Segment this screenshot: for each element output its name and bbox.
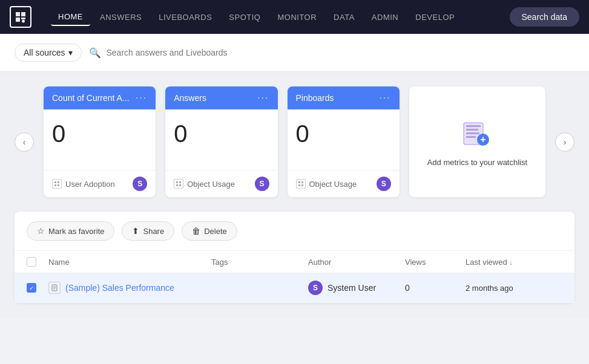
table-header: Name Tags Author Views Last viewed ↓	[15, 251, 574, 273]
liveboards-icon-2	[174, 179, 183, 189]
card-footer-label-count: User Adoption	[65, 180, 115, 189]
card-value-pinboards: 0	[296, 122, 309, 146]
row-views: 0	[405, 283, 466, 293]
metric-card-answers: Answers ··· 0 Object Usage S	[165, 86, 277, 197]
svg-rect-0	[16, 12, 20, 16]
nav-home[interactable]: HOME	[51, 8, 90, 26]
nav-answers[interactable]: ANSWERS	[93, 9, 149, 25]
header-last-viewed: Last viewed ↓	[466, 258, 562, 267]
watchlist-section: ‹ Count of Current A... ··· 0 User Adopt…	[15, 86, 574, 197]
card-title-answers: Answers	[174, 93, 206, 103]
add-metrics-label: Add metrics to your watchlist	[427, 158, 527, 167]
search-bar-container: All sources ▾ 🔍	[0, 34, 589, 72]
row-checkbox-col: ✓	[27, 283, 48, 293]
svg-rect-15	[298, 184, 300, 186]
svg-text:+: +	[481, 134, 486, 145]
card-footer-left-pinboards: Object Usage	[296, 179, 357, 189]
row-name: (Sample) Sales Performance	[48, 282, 211, 294]
share-button[interactable]: ⬆ Share	[122, 221, 174, 241]
svg-point-4	[22, 20, 25, 23]
card-footer-label-pinboards: Object Usage	[309, 180, 357, 189]
card-footer-label-answers: Object Usage	[187, 180, 235, 189]
row-last-viewed: 2 months ago	[466, 284, 562, 293]
avatar-answers: S	[255, 177, 269, 191]
search-data-button[interactable]: Search data	[510, 7, 580, 27]
list-section: ☆ Mark as favorite ⬆ Share 🗑 Delete Name…	[15, 212, 574, 303]
card-footer-left-answers: Object Usage	[174, 179, 235, 189]
logo-icon	[10, 6, 31, 28]
card-menu-count[interactable]: ···	[136, 93, 147, 103]
row-checkbox[interactable]: ✓	[27, 283, 36, 293]
card-header-answers: Answers ···	[165, 86, 277, 109]
svg-rect-10	[179, 181, 181, 183]
list-actions: ☆ Mark as favorite ⬆ Share 🗑 Delete	[15, 212, 574, 251]
share-icon: ⬆	[132, 226, 139, 236]
top-navigation: HOME ANSWERS LIVEBOARDS SPOTIQ MONITOR D…	[0, 0, 589, 34]
nav-admin[interactable]: ADMIN	[364, 9, 406, 25]
search-input[interactable]	[106, 48, 574, 57]
svg-rect-14	[301, 181, 303, 183]
card-value-answers: 0	[174, 122, 187, 146]
nav-monitor[interactable]: MONITOR	[270, 9, 324, 25]
nav-data[interactable]: DATA	[326, 9, 362, 25]
row-name-text[interactable]: (Sample) Sales Performance	[65, 283, 174, 293]
svg-rect-3	[21, 18, 25, 19]
chevron-down-icon: ▾	[68, 48, 73, 57]
header-name: Name	[48, 258, 211, 267]
card-title-pinboards: Pinboards	[296, 93, 334, 103]
metric-card-pinboards: Pinboards ··· 0 Object Usage S	[288, 86, 400, 197]
svg-rect-2	[16, 18, 20, 22]
svg-rect-20	[466, 132, 479, 134]
main-content: ‹ Count of Current A... ··· 0 User Adopt…	[0, 72, 589, 317]
add-metrics-icon: +	[460, 117, 494, 151]
liveboards-icon-3	[296, 179, 306, 189]
table-row: ✓ (Sample) Sales Performance S System Us…	[15, 273, 574, 303]
delete-label: Delete	[204, 227, 227, 236]
card-footer-left-count: User Adoption	[52, 179, 115, 189]
star-icon: ☆	[37, 226, 45, 236]
favorite-button[interactable]: ☆ Mark as favorite	[27, 221, 114, 241]
svg-rect-18	[466, 125, 481, 127]
card-menu-pinboards[interactable]: ···	[379, 93, 390, 103]
row-author-avatar: S	[308, 281, 323, 295]
header-tags: Tags	[211, 258, 308, 267]
svg-rect-13	[298, 181, 300, 183]
liveboards-icon	[52, 179, 62, 189]
card-body-count: 0	[44, 109, 156, 170]
nav-spotiq[interactable]: SPOTIQ	[222, 9, 268, 25]
nav-liveboards[interactable]: LIVEBOARDS	[151, 9, 219, 25]
svg-rect-6	[58, 181, 59, 183]
card-menu-answers[interactable]: ···	[257, 93, 269, 103]
all-sources-label: All sources	[24, 48, 65, 57]
svg-rect-11	[176, 184, 178, 186]
row-author: S System User	[308, 281, 405, 295]
prev-arrow[interactable]: ‹	[15, 132, 34, 152]
avatar-pinboards: S	[377, 177, 391, 191]
header-views: Views	[405, 258, 466, 267]
card-header-pinboards: Pinboards ···	[288, 86, 400, 109]
header-author: Author	[308, 258, 405, 267]
svg-rect-19	[466, 129, 478, 131]
logo[interactable]	[10, 6, 31, 28]
add-metrics-card[interactable]: + Add metrics to your watchlist	[409, 86, 545, 197]
card-header-count: Count of Current A... ···	[44, 86, 156, 109]
header-checkbox[interactable]	[27, 257, 36, 267]
card-footer-answers: Object Usage S	[165, 170, 277, 197]
search-icon: 🔍	[89, 47, 101, 59]
sort-icon: ↓	[509, 259, 513, 266]
share-label: Share	[143, 227, 164, 236]
avatar-count: S	[133, 177, 147, 191]
delete-button[interactable]: 🗑 Delete	[182, 221, 237, 241]
svg-rect-5	[54, 181, 56, 183]
svg-rect-9	[176, 181, 178, 183]
card-body-answers: 0	[165, 109, 277, 170]
svg-rect-7	[54, 184, 56, 186]
nav-develop[interactable]: DEVELOP	[408, 9, 462, 25]
card-value-count: 0	[52, 122, 65, 146]
all-sources-dropdown[interactable]: All sources ▾	[15, 44, 82, 62]
row-author-name: System User	[327, 283, 376, 293]
next-arrow[interactable]: ›	[555, 132, 574, 152]
nav-items: HOME ANSWERS LIVEBOARDS SPOTIQ MONITOR D…	[51, 8, 495, 26]
card-title-count: Count of Current A...	[52, 93, 130, 103]
svg-rect-8	[58, 184, 59, 186]
